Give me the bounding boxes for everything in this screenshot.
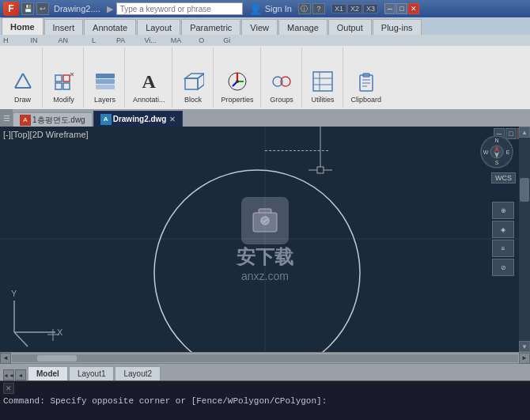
- tab-manage-label: Manage: [287, 23, 319, 32]
- doc-tab-1층[interactable]: A 1층평면도.dwg: [13, 112, 93, 127]
- panel-btn-3[interactable]: ≡: [492, 240, 514, 257]
- panel-btn-4[interactable]: ⊘: [492, 259, 514, 276]
- scroll-thumb[interactable]: [520, 178, 529, 202]
- tab-model[interactable]: Model: [28, 366, 68, 380]
- tab-home[interactable]: Home: [2, 17, 44, 35]
- properties-button[interactable]: Properties: [220, 67, 256, 106]
- tab-layout1[interactable]: Layout1: [69, 366, 115, 380]
- x1-btn[interactable]: X1: [331, 4, 346, 13]
- tab-layout2-label: Layout2: [123, 369, 152, 378]
- doc-title: Drawing2....: [54, 4, 100, 13]
- group-modify: Modify: [44, 47, 84, 108]
- tab-layout[interactable]: Layout: [137, 19, 180, 35]
- clipboard-label: Clipboard: [351, 96, 382, 104]
- tab-model-label: Model: [36, 369, 59, 378]
- h-scroll-bar: ◄ ►: [0, 352, 530, 363]
- svg-text:N: N: [494, 138, 498, 143]
- tab-manage[interactable]: Manage: [278, 19, 327, 35]
- h-scroll-right[interactable]: ►: [519, 353, 530, 364]
- svg-rect-12: [185, 78, 198, 89]
- doc-tab-icon-blue: A: [100, 114, 112, 125]
- title-bar: F 💾 ↩ Drawing2.... ▶ 👤 Sign In ⓘ ? X1 X2…: [0, 0, 530, 17]
- group-layers: Layers: [85, 47, 125, 108]
- command-output: Command: Specify opposite corner or [Fen…: [3, 395, 527, 420]
- drawing-canvas[interactable]: X Y: [0, 127, 530, 352]
- user-icon: 👤: [249, 3, 262, 15]
- groups-label: Groups: [270, 96, 293, 104]
- block-button[interactable]: Block: [179, 67, 207, 106]
- properties-icon: [225, 69, 250, 94]
- tab-view[interactable]: View: [241, 19, 278, 35]
- modify-button[interactable]: Modify: [50, 67, 78, 106]
- quick-access-btn1[interactable]: 💾: [21, 2, 34, 15]
- tab-parametric[interactable]: Parametric: [181, 19, 240, 35]
- tab-plugins[interactable]: Plug-ins: [373, 19, 422, 35]
- utilities-button[interactable]: Utilities: [309, 67, 337, 106]
- scroll-down-btn[interactable]: ▼: [519, 341, 530, 352]
- right-panel: ⊕ ◈ ≡ ⊘: [492, 202, 516, 276]
- annotation-button[interactable]: A Annotati...: [131, 67, 167, 106]
- svg-text:X: X: [57, 327, 63, 337]
- svg-rect-5: [55, 83, 62, 89]
- tab-nav-prev[interactable]: ◄: [15, 369, 26, 380]
- minimize-button[interactable]: ─: [384, 3, 396, 14]
- info-btn[interactable]: ⓘ: [298, 3, 311, 14]
- annotation-label: Annotati...: [133, 96, 165, 104]
- tab-output[interactable]: Output: [328, 19, 372, 35]
- tab-insert[interactable]: Insert: [44, 19, 84, 35]
- doc-tab-icon-red: A: [20, 115, 31, 126]
- layers-button[interactable]: Layers: [91, 67, 119, 106]
- group-properties: Properties: [215, 47, 261, 108]
- x3-btn[interactable]: X3: [363, 4, 378, 13]
- tab-annotate[interactable]: Annotate: [84, 19, 136, 35]
- help-btn[interactable]: ?: [312, 3, 325, 14]
- groups-button[interactable]: Groups: [267, 67, 296, 106]
- doc-tab-close[interactable]: ✕: [169, 115, 176, 123]
- properties-label: Properties: [221, 96, 254, 104]
- close-button[interactable]: ✕: [408, 3, 419, 14]
- svg-text:Y: Y: [11, 289, 17, 298]
- modify-label: Modify: [53, 96, 74, 104]
- group-draw: Draw: [3, 47, 43, 108]
- doc-tab-menu[interactable]: ☰: [0, 109, 13, 127]
- block-icon: [180, 69, 206, 94]
- command-close-btn[interactable]: ✕: [3, 383, 14, 394]
- tab-output-label: Output: [337, 23, 363, 32]
- right-scrollbar[interactable]: ▲ ▼: [519, 127, 530, 352]
- sign-in-text[interactable]: Sign In: [265, 4, 292, 13]
- svg-rect-11: [96, 85, 115, 89]
- svg-marker-14: [198, 74, 204, 89]
- svg-text:S: S: [495, 160, 499, 165]
- svg-rect-9: [96, 74, 115, 78]
- doc-tab-drawing2-label: Drawing2.dwg: [113, 115, 167, 123]
- h-scroll-left[interactable]: ◄: [0, 353, 11, 364]
- quick-access-btn2[interactable]: ↩: [36, 2, 49, 15]
- svg-rect-10: [96, 79, 115, 84]
- draw-button[interactable]: Draw: [9, 67, 37, 106]
- groups-icon: [269, 69, 294, 94]
- panel-btn-2[interactable]: ◈: [492, 221, 514, 238]
- panel-btn-1[interactable]: ⊕: [492, 202, 514, 219]
- doc-tab-drawing2[interactable]: A Drawing2.dwg ✕: [93, 111, 184, 127]
- svg-rect-19: [313, 72, 332, 91]
- tab-parametric-label: Parametric: [190, 23, 232, 32]
- tab-plugins-label: Plug-ins: [381, 23, 413, 32]
- maximize-button[interactable]: □: [396, 3, 407, 14]
- scroll-up-btn[interactable]: ▲: [519, 127, 530, 138]
- x2-btn[interactable]: X2: [347, 4, 362, 13]
- tab-layout2[interactable]: Layout2: [115, 366, 161, 380]
- group-block: Block: [174, 47, 214, 108]
- utilities-icon: [310, 69, 335, 94]
- group-groups: Groups: [263, 47, 302, 108]
- h-scroll-track[interactable]: [12, 354, 518, 362]
- app-logo: F: [3, 2, 19, 16]
- clipboard-button[interactable]: Clipboard: [350, 67, 384, 106]
- scroll-track[interactable]: [519, 138, 530, 341]
- canvas-area[interactable]: [-][Top][2D Wireframe] ─ □ ✕ X Y: [0, 127, 530, 352]
- svg-point-16: [236, 80, 239, 83]
- tab-nav-first[interactable]: ◄◄: [3, 369, 14, 380]
- tab-annotate-label: Annotate: [93, 23, 127, 32]
- canvas-view-label: [-][Top][2D Wireframe]: [3, 130, 89, 139]
- tab-layout-label: Layout: [146, 23, 172, 32]
- search-box[interactable]: [116, 2, 243, 15]
